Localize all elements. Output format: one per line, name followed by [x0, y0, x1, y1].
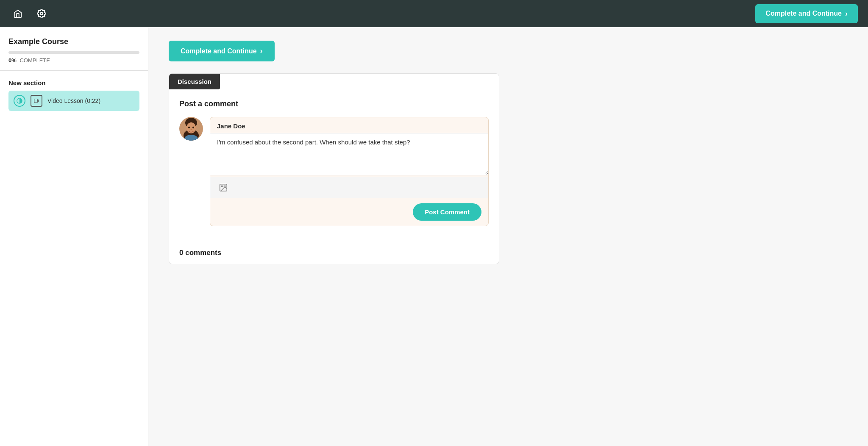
comments-count: 0 comments [169, 240, 499, 264]
top-navbar: Complete and Continue › [0, 0, 868, 27]
main-layout: Example Course 0% COMPLETE New section [0, 27, 868, 446]
svg-point-8 [192, 127, 194, 128]
gear-icon [37, 9, 46, 18]
chevron-right-icon: › [845, 9, 848, 18]
svg-point-9 [191, 129, 192, 130]
content-area: Complete and Continue › Discussion Post … [148, 27, 868, 446]
lesson-label: Video Lesson (0:22) [47, 97, 100, 104]
discussion-header: Discussion [169, 74, 220, 89]
lesson-status-icon [14, 95, 25, 107]
discussion-panel: Discussion Post a comment [169, 73, 499, 264]
complete-word: COMPLETE [19, 57, 50, 64]
comment-compose: Jane Doe [179, 117, 489, 226]
video-icon [31, 95, 42, 107]
complete-and-continue-main-button[interactable]: Complete and Continue › [169, 41, 275, 61]
svg-point-12 [221, 186, 223, 187]
complete-and-continue-nav-button[interactable]: Complete and Continue › [755, 4, 858, 23]
progress-bar-container [8, 51, 139, 54]
svg-point-7 [188, 127, 190, 128]
settings-button[interactable] [34, 6, 49, 21]
svg-point-6 [186, 122, 196, 133]
svg-point-0 [40, 12, 43, 15]
complete-and-continue-main-label: Complete and Continue [181, 47, 257, 55]
sidebar: Example Course 0% COMPLETE New section [0, 27, 148, 446]
home-button[interactable] [10, 6, 25, 21]
comment-textarea[interactable] [210, 133, 488, 175]
svg-rect-2 [34, 99, 38, 103]
sidebar-section: New section Video Lesson (0:22) [0, 71, 148, 113]
half-circle-icon [17, 98, 22, 104]
complete-and-continue-nav-label: Complete and Continue [765, 10, 842, 17]
home-icon [13, 9, 22, 18]
comment-toolbar [210, 177, 488, 198]
section-title: New section [8, 79, 139, 86]
image-plus-icon [219, 183, 228, 192]
progress-percent: 0% [8, 57, 17, 64]
image-upload-button[interactable] [217, 181, 230, 194]
avatar-image [179, 117, 203, 141]
post-comment-title: Post a comment [179, 100, 489, 108]
comment-actions: Post Comment [210, 198, 488, 226]
progress-label: 0% COMPLETE [8, 57, 139, 64]
post-comment-button[interactable]: Post Comment [413, 203, 481, 221]
chevron-right-main-icon: › [260, 47, 263, 55]
discussion-body: Post a comment [169, 89, 499, 236]
comment-box: Jane Doe [210, 117, 489, 226]
course-title: Example Course [8, 37, 139, 46]
avatar [179, 117, 203, 141]
lesson-item-video[interactable]: Video Lesson (0:22) [8, 91, 139, 111]
nav-left [10, 6, 49, 21]
comment-username: Jane Doe [210, 117, 488, 133]
course-info: Example Course 0% COMPLETE [0, 27, 148, 71]
